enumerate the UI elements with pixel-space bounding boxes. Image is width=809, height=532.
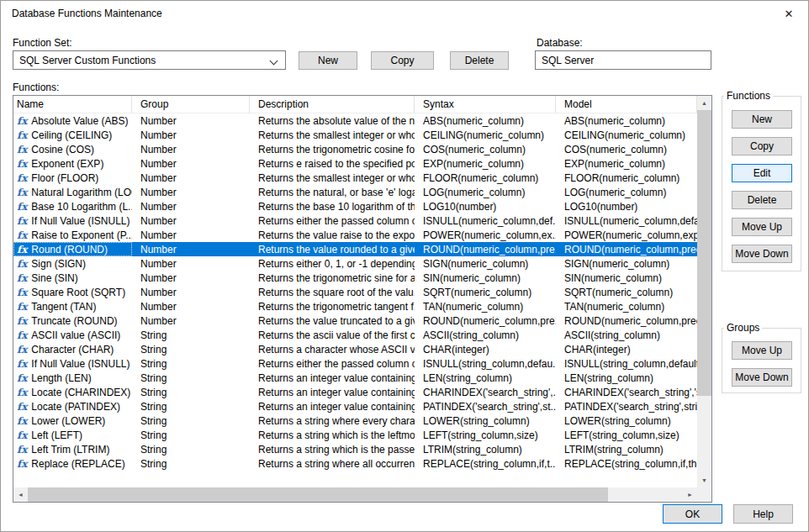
table-row[interactable]: fxBase 10 Logarithm (L...NumberReturns t…	[13, 199, 697, 213]
title-bar: Database Functions Maintenance ✕	[1, 1, 808, 26]
functions-move-up-button[interactable]: Move Up	[732, 218, 792, 236]
table-row[interactable]: fxLength (LEN)StringReturns an integer v…	[13, 371, 697, 385]
table-row[interactable]: fxExponent (EXP)NumberReturns e raised t…	[13, 156, 697, 171]
function-fx-icon: fx	[17, 201, 27, 213]
table-row[interactable]: fxCosine (COS)NumberReturns the trigonom…	[13, 142, 697, 156]
table-row[interactable]: fxIf Null Value (ISNULL)StringReturns ei…	[13, 356, 697, 371]
cell-syntax: SIN(numeric_column)	[415, 271, 556, 285]
table-row[interactable]: fxTangent (TAN)NumberReturns the trigono…	[13, 299, 697, 313]
table-row[interactable]: fxFloor (FLOOR)NumberReturns the smalles…	[13, 171, 697, 185]
new-function-set-button[interactable]: New	[299, 51, 357, 70]
cell-syntax: ISNULL(string_column,defau...	[415, 356, 556, 371]
scroll-up-icon[interactable]: ▲	[697, 96, 711, 110]
table-row[interactable]: fxNatural Logarithm (LOG)NumberReturns t…	[13, 185, 697, 199]
functions-groupbox-label: Functions	[724, 90, 773, 102]
cell-name: fxTangent (TAN)	[13, 299, 132, 313]
table-row[interactable]: fxLower (LOWER)StringReturns a string wh…	[13, 413, 697, 428]
cell-model: COS(numeric_column)	[556, 142, 697, 156]
cell-syntax: LOWER(string_column)	[415, 413, 556, 428]
functions-new-button[interactable]: New	[732, 110, 792, 129]
table-row[interactable]: fxSign (SIGN)NumberReturns either 0, 1, …	[13, 256, 697, 271]
cell-description: Returns the value raise to the expo...	[250, 228, 415, 242]
table-header: Name Group Description Syntax Model	[13, 96, 697, 113]
cell-syntax: LOG(numeric_column)	[415, 185, 556, 199]
cell-name: fxNatural Logarithm (LOG)	[13, 185, 132, 199]
cell-description: Returns the ascii value of the first c..…	[250, 328, 415, 342]
groups-move-down-button[interactable]: Move Down	[732, 368, 792, 387]
function-set-dropdown[interactable]: SQL Server Custom Functions	[13, 50, 286, 70]
functions-copy-button[interactable]: Copy	[732, 137, 792, 155]
copy-function-set-button[interactable]: Copy	[371, 51, 434, 70]
table-row[interactable]: fxRaise to Exponent (P...NumberReturns t…	[13, 228, 697, 242]
column-header-model[interactable]: Model	[556, 96, 697, 113]
cell-group: Number	[132, 256, 250, 271]
functions-move-down-button[interactable]: Move Down	[732, 245, 792, 263]
column-header-group[interactable]: Group	[132, 96, 250, 113]
function-name-text: Left Trim (LTRIM)	[31, 444, 109, 456]
table-row[interactable]: fxTruncate (ROUND)NumberReturns the valu…	[13, 313, 697, 328]
cell-name: fxFloor (FLOOR)	[13, 171, 132, 185]
scroll-down-icon[interactable]: ▼	[697, 473, 711, 487]
column-header-name[interactable]: Name	[13, 96, 132, 113]
cell-group: Number	[132, 213, 250, 228]
table-row[interactable]: fxLocate (PATINDEX)StringReturns an inte…	[13, 399, 697, 413]
cell-model: ROUND(numeric_column,precisio...	[556, 313, 697, 328]
cell-syntax: ISNULL(numeric_column,def...	[415, 213, 556, 228]
horizontal-scrollbar[interactable]: ◄ ►	[13, 487, 697, 502]
scroll-left-icon[interactable]: ◄	[13, 487, 28, 502]
function-fx-icon: fx	[17, 272, 27, 284]
table-row[interactable]: fxCeiling (CEILING)NumberReturns the sma…	[13, 128, 697, 142]
column-header-description[interactable]: Description	[250, 96, 415, 113]
table-row[interactable]: fxLeft Trim (LTRIM)StringReturns a strin…	[13, 442, 697, 456]
cell-syntax: TAN(numeric_column)	[415, 299, 556, 313]
table-row[interactable]: fxIf Null Value (ISNULL)NumberReturns ei…	[13, 213, 697, 228]
function-name-text: Raise to Exponent (P...	[31, 229, 132, 241]
functions-edit-button[interactable]: Edit	[732, 164, 792, 182]
function-name-text: Character (CHAR)	[31, 344, 114, 356]
cell-model: ISNULL(numeric_column,default...	[556, 213, 697, 228]
cell-model: LEFT(string_column,size)	[556, 428, 697, 442]
help-button[interactable]: Help	[733, 504, 793, 524]
function-name-text: Round (ROUND)	[31, 244, 108, 255]
cell-group: String	[132, 371, 250, 385]
function-name-text: ASCII value (ASCII)	[31, 329, 120, 341]
table-row[interactable]: fxCharacter (CHAR)StringReturns a charac…	[13, 342, 697, 356]
cell-name: fxLocate (CHARINDEX)	[13, 385, 132, 399]
scroll-right-icon[interactable]: ►	[683, 487, 697, 502]
groups-move-up-button[interactable]: Move Up	[732, 341, 792, 360]
ok-button[interactable]: OK	[663, 504, 722, 524]
cell-syntax: ABS(numeric_column)	[415, 113, 556, 128]
function-fx-icon: fx	[17, 158, 27, 170]
cell-group: Number	[132, 113, 250, 128]
function-name-text: Truncate (ROUND)	[31, 315, 117, 327]
function-name-text: If Null Value (ISNULL)	[31, 215, 130, 227]
cell-description: Returns an integer value containing ...	[250, 385, 415, 399]
database-input[interactable]	[535, 50, 711, 70]
vertical-scrollbar[interactable]: ▲ ▼	[697, 96, 711, 487]
function-fx-icon: fx	[17, 144, 27, 155]
function-name-text: Locate (CHARINDEX)	[31, 387, 130, 398]
delete-function-set-button[interactable]: Delete	[450, 51, 509, 70]
cell-model: REPLACE(string_column,if,then)	[556, 456, 697, 471]
functions-delete-button[interactable]: Delete	[732, 191, 792, 209]
table-row[interactable]: fxAbsolute Value (ABS)NumberReturns the …	[13, 113, 697, 128]
cell-syntax: REPLACE(string_column,if,t...	[415, 456, 556, 471]
vertical-scroll-thumb[interactable]	[697, 110, 711, 396]
table-row[interactable]: fxASCII value (ASCII)StringReturns the a…	[13, 328, 697, 342]
table-row[interactable]: fxLeft (LEFT)StringReturns a string whic…	[13, 428, 697, 442]
cell-description: Returns a string which is the passed ...	[250, 442, 415, 456]
cell-syntax: EXP(numeric_column)	[415, 156, 556, 171]
table-row[interactable]: fxSine (SIN)NumberReturns the trigonomet…	[13, 271, 697, 285]
table-row[interactable]: fxLocate (CHARINDEX)StringReturns an int…	[13, 385, 697, 399]
function-name-text: Absolute Value (ABS)	[31, 115, 128, 127]
function-fx-icon: fx	[17, 344, 27, 356]
table-row[interactable]: fxReplace (REPLACE)StringReturns a strin…	[13, 456, 697, 471]
cell-model: SIGN(numeric_column)	[556, 256, 697, 271]
horizontal-scroll-thumb[interactable]	[28, 487, 608, 502]
column-header-syntax[interactable]: Syntax	[415, 96, 556, 113]
function-set-value: SQL Server Custom Functions	[19, 55, 156, 66]
table-row[interactable]: fxSquare Root (SQRT)NumberReturns the sq…	[13, 285, 697, 299]
table-row[interactable]: fxRound (ROUND)NumberReturns the value r…	[13, 242, 697, 256]
close-button[interactable]: ✕	[769, 1, 808, 26]
function-fx-icon: fx	[17, 301, 27, 313]
